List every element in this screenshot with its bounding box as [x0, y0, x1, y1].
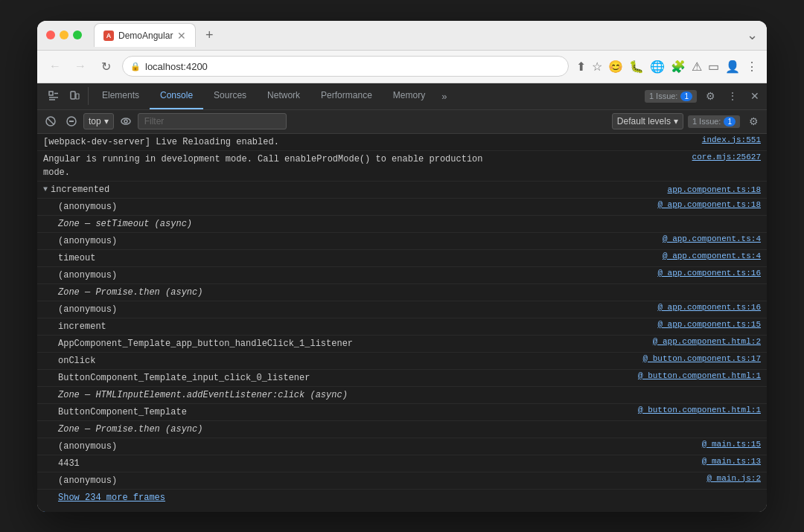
extensions-button[interactable]: 😊: [608, 60, 623, 74]
devtools-more-button[interactable]: ⋮: [724, 87, 741, 105]
title-bar: A DemoAngular ✕ + ⌄: [37, 21, 767, 51]
stack-frame-2: timeout @ app.component.ts:4: [37, 250, 767, 267]
console-filter-input[interactable]: [138, 113, 287, 129]
bug-button[interactable]: 🐛: [629, 60, 644, 74]
tab-performance[interactable]: Performance: [310, 83, 383, 110]
entry-source-webpack[interactable]: index.js:551: [702, 135, 761, 144]
frame-source-8[interactable]: @ button.component.html:1: [638, 371, 761, 385]
stack-frame-12: (anonymous) @ main.js:2: [37, 472, 767, 490]
stack-frame-5: increment @ app.component.ts:15: [37, 318, 767, 336]
clear-console-button[interactable]: [42, 112, 60, 130]
eye-button[interactable]: [117, 112, 135, 130]
devtools-close-button[interactable]: ✕: [746, 87, 764, 105]
tab-console[interactable]: Console: [150, 83, 203, 110]
console-settings-button[interactable]: ⚙: [744, 112, 762, 130]
default-levels-dropdown[interactable]: Default levels ▾: [612, 113, 683, 129]
more-options-button[interactable]: ⋮: [746, 60, 758, 74]
browser-window: A DemoAngular ✕ + ⌄ ← → ↻ 🔒 localhost:42…: [37, 21, 767, 512]
stack-frame-4: (anonymous) @ app.component.ts:16: [37, 301, 767, 318]
devtools-tabs: Elements Console Sources Network Perform…: [37, 83, 767, 110]
lock-icon: 🔒: [130, 62, 141, 71]
translate-button[interactable]: 🌐: [650, 60, 665, 74]
tab-sources[interactable]: Sources: [203, 83, 257, 110]
console-levels-area: Default levels ▾ 1 Issue: 1 ⚙: [612, 112, 762, 130]
stack-frame-10: (anonymous) @ main.ts:15: [37, 438, 767, 455]
show-more-frames-link[interactable]: Show 234 more frames: [37, 490, 767, 506]
svg-point-10: [121, 118, 130, 124]
cast-button[interactable]: ▭: [708, 60, 719, 74]
bookmark-button[interactable]: ☆: [592, 60, 602, 74]
new-tab-button[interactable]: +: [199, 25, 220, 45]
frame-source-10[interactable]: @ main.ts:15: [702, 440, 761, 453]
console-output[interactable]: [webpack-dev-server] Live Reloading enab…: [37, 134, 767, 512]
stack-frame-async-4: Zone — Promise.then (async): [37, 421, 767, 438]
stack-frame-6: AppComponent_Template_app_button_handleC…: [37, 336, 767, 353]
browser-tab-demoangular[interactable]: A DemoAngular ✕: [94, 23, 196, 47]
issue-badge: 1 Issue: 1: [645, 90, 697, 103]
tab-close-button[interactable]: ✕: [177, 31, 186, 41]
close-traffic-light[interactable]: [46, 31, 55, 39]
more-tabs-button[interactable]: »: [436, 91, 453, 102]
tab-memory[interactable]: Memory: [383, 83, 436, 110]
frame-source-4[interactable]: @ app.component.ts:16: [657, 303, 761, 316]
window-more-options[interactable]: ⌄: [747, 27, 758, 43]
stack-frame-7: onClick @ button.component.ts:17: [37, 353, 767, 370]
refresh-button[interactable]: ↻: [97, 60, 115, 74]
share-button[interactable]: ⬆: [576, 60, 586, 74]
devtools-panel: Elements Console Sources Network Perform…: [37, 83, 767, 512]
console-toolbar: top ▾ Default levels ▾ 1 Issue: 1: [37, 110, 767, 134]
devtools-tab-icons: [40, 87, 89, 105]
devtools-settings-button[interactable]: ⚙: [701, 87, 719, 105]
frame-source-2[interactable]: @ app.component.ts:4: [663, 251, 761, 265]
stop-errors-button[interactable]: [63, 112, 80, 130]
svg-rect-5: [76, 94, 79, 99]
stack-frame-8: ButtonComponent_Template_input_click_0_l…: [37, 370, 767, 387]
forward-button[interactable]: →: [71, 60, 89, 73]
back-button[interactable]: ←: [46, 60, 64, 73]
stack-frame-async-3: Zone — HTMLInputElement.addEventListener…: [37, 387, 767, 404]
stack-frame-async-2: Zone — Promise.then (async): [37, 284, 767, 301]
stack-frame-async-1: Zone — setTimeout (async): [37, 216, 767, 233]
frame-source-7[interactable]: @ button.component.ts:17: [643, 354, 761, 368]
console-entry-incremented[interactable]: ▼ incremented app.component.ts:18: [37, 182, 767, 199]
expand-arrow: ▼: [43, 185, 48, 193]
console-entry-angular: Angular is running in development mode. …: [37, 151, 767, 182]
entry-text-webpack: [webpack-dev-server] Live Reloading enab…: [43, 135, 693, 149]
entry-source-incremented[interactable]: app.component.ts:18: [668, 185, 761, 194]
frame-source-5[interactable]: @ app.component.ts:15: [657, 320, 761, 333]
prompt-chevron: >: [43, 509, 49, 512]
url-bar[interactable]: 🔒 localhost:4200: [122, 56, 569, 77]
frame-source-9[interactable]: @ button.component.html:1: [638, 406, 761, 419]
frame-source-11[interactable]: @ main.ts:13: [702, 457, 761, 470]
console-entry-webpack: [webpack-dev-server] Live Reloading enab…: [37, 134, 767, 151]
stack-frame-11: 4431 @ main.ts:13: [37, 455, 767, 472]
entry-source-angular[interactable]: core.mjs:25627: [692, 153, 761, 161]
stack-frame-0: (anonymous) @ app.component.ts:18: [37, 199, 767, 216]
frame-source-12[interactable]: @ main.js:2: [706, 474, 761, 487]
maximize-traffic-light[interactable]: [73, 31, 82, 39]
console-issue-badge: 1 Issue: 1: [688, 115, 740, 128]
url-text: localhost:4200: [145, 61, 208, 72]
context-dropdown[interactable]: top ▾: [83, 113, 114, 129]
frame-source-3[interactable]: @ app.component.ts:16: [657, 269, 761, 282]
minimize-traffic-light[interactable]: [60, 31, 68, 39]
console-prompt[interactable]: >: [37, 506, 767, 512]
puzzle-button[interactable]: 🧩: [671, 60, 686, 74]
svg-rect-0: [49, 92, 53, 95]
tab-network[interactable]: Network: [257, 83, 310, 110]
traffic-lights: [46, 31, 82, 39]
inspect-element-button[interactable]: [45, 87, 63, 105]
tab-title: DemoAngular: [118, 31, 173, 41]
tab-favicon: A: [103, 31, 114, 41]
svg-line-7: [48, 118, 54, 124]
stack-frame-3: (anonymous) @ app.component.ts:16: [37, 267, 767, 284]
svg-rect-4: [71, 92, 75, 99]
frame-source-0[interactable]: @ app.component.ts:18: [657, 200, 761, 214]
frame-source-6[interactable]: @ app.component.html:2: [653, 337, 761, 350]
device-mode-button[interactable]: [66, 87, 83, 105]
warning-button[interactable]: ⚠: [692, 60, 702, 74]
tab-elements[interactable]: Elements: [92, 83, 150, 110]
frame-source-1[interactable]: @ app.component.ts:4: [663, 234, 761, 248]
stack-frame-1: (anonymous) @ app.component.ts:4: [37, 233, 767, 250]
profile-button[interactable]: 👤: [725, 60, 740, 74]
